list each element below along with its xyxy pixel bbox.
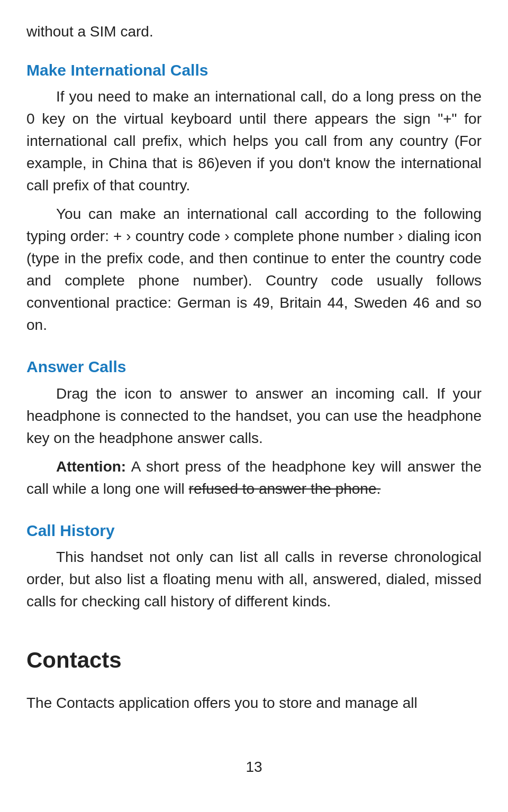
make-intl-para-1: If you need to make an international cal… bbox=[26, 86, 482, 197]
contacts-heading: Contacts bbox=[26, 644, 482, 677]
intro-text: without a SIM card. bbox=[26, 21, 482, 43]
contacts-section: Contacts The Contacts application offers… bbox=[26, 644, 482, 714]
answer-calls-para-1: Drag the icon to answer to answer an inc… bbox=[26, 383, 482, 449]
call-history-para-1: This handset not only can list all calls… bbox=[26, 546, 482, 613]
make-international-calls-body: If you need to make an international cal… bbox=[26, 86, 482, 336]
call-history-body: This handset not only can list all calls… bbox=[26, 546, 482, 613]
make-intl-para-2: You can make an international call accor… bbox=[26, 203, 482, 336]
call-history-title: Call History bbox=[26, 519, 482, 542]
answer-calls-title: Answer Calls bbox=[26, 355, 482, 379]
attention-label: Attention: bbox=[56, 458, 126, 475]
answer-calls-attention: Attention: A short press of the headphon… bbox=[26, 456, 482, 500]
make-international-calls-title: Make International Calls bbox=[26, 59, 482, 82]
answer-calls-body: Drag the icon to answer to answer an inc… bbox=[26, 383, 482, 500]
make-international-calls-section: Make International Calls If you need to … bbox=[26, 59, 482, 337]
page-number: 13 bbox=[26, 756, 482, 778]
answer-calls-section: Answer Calls Drag the icon to answer to … bbox=[26, 355, 482, 500]
call-history-section: Call History This handset not only can l… bbox=[26, 519, 482, 613]
attention-strikethrough: refused to answer the phone. bbox=[189, 481, 381, 497]
contacts-text: The Contacts application offers you to s… bbox=[26, 693, 482, 714]
